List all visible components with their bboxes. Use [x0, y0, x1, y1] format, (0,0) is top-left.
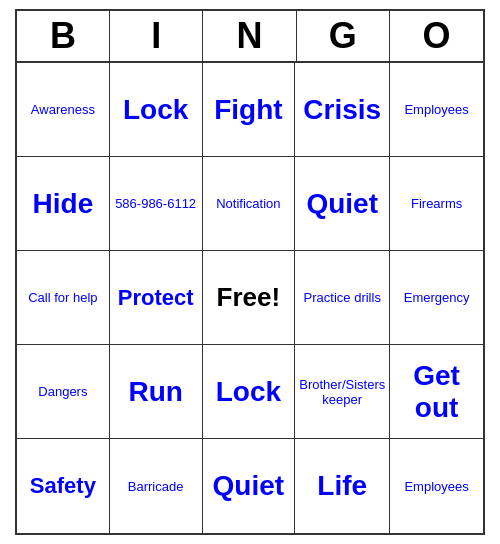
bingo-cell: Brother/Sisters keeper [295, 345, 390, 439]
bingo-cell: Firearms [390, 157, 483, 251]
header-i: I [110, 11, 203, 61]
bingo-cell: Hide [17, 157, 110, 251]
bingo-cell: Quiet [203, 439, 296, 533]
header-g: G [297, 11, 390, 61]
bingo-cell: Lock [110, 63, 203, 157]
bingo-cell: Awareness [17, 63, 110, 157]
bingo-cell: Life [295, 439, 390, 533]
bingo-cell: Employees [390, 63, 483, 157]
bingo-cell: Barricade [110, 439, 203, 533]
bingo-cell: Dangers [17, 345, 110, 439]
bingo-cell: Crisis [295, 63, 390, 157]
bingo-cell: 586-986-6112 [110, 157, 203, 251]
header-n: N [203, 11, 296, 61]
bingo-cell: Notification [203, 157, 296, 251]
bingo-cell: Quiet [295, 157, 390, 251]
bingo-cell: Call for help [17, 251, 110, 345]
bingo-cell: Employees [390, 439, 483, 533]
header-o: O [390, 11, 483, 61]
bingo-cell: Free! [203, 251, 296, 345]
bingo-cell: Get out [390, 345, 483, 439]
header-b: B [17, 11, 110, 61]
bingo-cell: Emergency [390, 251, 483, 345]
bingo-cell: Lock [203, 345, 296, 439]
bingo-cell: Run [110, 345, 203, 439]
bingo-cell: Safety [17, 439, 110, 533]
bingo-cell: Protect [110, 251, 203, 345]
bingo-cell: Practice drills [295, 251, 390, 345]
bingo-grid: AwarenessLockFightCrisisEmployeesHide586… [17, 63, 483, 533]
bingo-card: B I N G O AwarenessLockFightCrisisEmploy… [15, 9, 485, 535]
bingo-cell: Fight [203, 63, 296, 157]
bingo-header: B I N G O [17, 11, 483, 63]
